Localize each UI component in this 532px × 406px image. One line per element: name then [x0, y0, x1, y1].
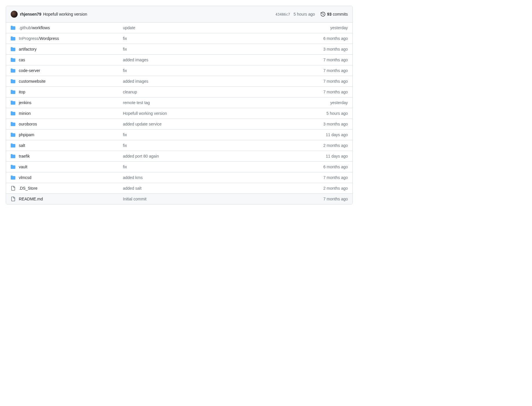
file-age: 7 months ago [302, 58, 348, 62]
table-row: traefikadded port 80 again11 days ago [6, 151, 352, 161]
folder-icon [11, 175, 19, 180]
folder-icon [11, 143, 19, 148]
file-age: 7 months ago [302, 90, 348, 94]
commit-message[interactable]: Hopefull working version [123, 111, 302, 116]
file-name-text: .DS_Store [19, 186, 38, 191]
file-name[interactable]: cas [19, 58, 123, 62]
author-link[interactable]: rhjensen79 [20, 12, 43, 16]
commit-message[interactable]: fix [123, 165, 302, 169]
commit-message[interactable]: fix [123, 47, 302, 51]
table-row: vlmcsdadded kms7 months ago [6, 172, 352, 183]
commit-message[interactable]: update [123, 25, 302, 30]
file-icon [11, 186, 19, 191]
file-name-text: customwebsite [19, 79, 46, 84]
table-row: .github/workflowsupdateyesterday [6, 23, 352, 33]
file-name[interactable]: customwebsite [19, 79, 123, 84]
file-name-text: vault [19, 165, 27, 169]
table-row: itopcleanup7 months ago [6, 86, 352, 97]
file-age: 11 days ago [302, 132, 348, 137]
commit-message[interactable]: cleanup [123, 90, 302, 94]
folder-icon [11, 111, 19, 116]
commit-message[interactable]: fix [123, 36, 302, 41]
file-name-text: artifactory [19, 47, 36, 51]
file-name[interactable]: InProgress/Wordpress [19, 36, 123, 41]
commit-hash: 43486c7 [276, 12, 290, 16]
file-name[interactable]: minion [19, 111, 123, 116]
file-age: yesterday [302, 100, 348, 105]
file-name[interactable]: vault [19, 165, 123, 169]
commit-message[interactable]: added salt [123, 186, 302, 191]
table-row: .DS_Storeadded salt2 months ago [6, 183, 352, 193]
folder-icon [11, 68, 19, 73]
file-name-text: traefik [19, 154, 30, 158]
folder-icon [11, 132, 19, 137]
file-name[interactable]: README.md [19, 197, 123, 201]
file-age: 3 months ago [302, 47, 348, 51]
file-age: 5 hours ago [302, 111, 348, 116]
commit-message[interactable]: added images [123, 79, 302, 84]
history-icon [321, 12, 325, 16]
commits-word: commits [333, 12, 348, 16]
file-name-text: salt [19, 143, 25, 148]
commit-message[interactable]: fix [123, 132, 302, 137]
commit-hash-link[interactable]: 43486c7 [276, 12, 294, 16]
table-row: ouroborosadded update service3 months ag… [6, 119, 352, 129]
file-name[interactable]: itop [19, 90, 123, 94]
file-name[interactable]: .DS_Store [19, 186, 123, 191]
commit-time: 5 hours ago [293, 12, 315, 16]
avatar[interactable] [11, 11, 18, 18]
commit-message[interactable]: added images [123, 58, 302, 62]
file-name[interactable]: ouroboros [19, 122, 123, 126]
commits-count: 93 [327, 12, 332, 16]
folder-icon [11, 90, 19, 94]
file-age: 6 months ago [302, 165, 348, 169]
table-row: saltfix2 months ago [6, 140, 352, 151]
file-name[interactable]: traefik [19, 154, 123, 158]
folder-icon [11, 122, 19, 126]
file-name[interactable]: phpipam [19, 132, 123, 137]
file-name[interactable]: code-server [19, 68, 123, 73]
file-age: 7 months ago [302, 197, 348, 201]
file-age: 3 months ago [302, 122, 348, 126]
path-prefix: .github/ [19, 25, 32, 30]
file-age: 2 months ago [302, 143, 348, 148]
commit-message[interactable]: added update service [123, 122, 302, 126]
table-row: customwebsiteadded images7 months ago [6, 76, 352, 86]
file-name-text: README.md [19, 197, 43, 201]
file-name-text: phpipam [19, 132, 34, 137]
commit-message-link[interactable]: Hopefull working version [43, 12, 87, 16]
file-age: 11 days ago [302, 154, 348, 158]
commit-message[interactable]: remote test tag [123, 100, 302, 105]
file-name[interactable]: .github/workflows [19, 25, 123, 30]
path-prefix: InProgress/ [19, 36, 40, 41]
folder-icon [11, 154, 19, 158]
commits-history-link[interactable]: 93 commits [321, 12, 348, 16]
commit-message[interactable]: Initial commit [123, 197, 302, 201]
table-row: artifactoryfix3 months ago [6, 44, 352, 54]
table-row: jenkinsremote test tagyesterday [6, 97, 352, 108]
commit-message[interactable]: added kms [123, 175, 302, 180]
folder-icon [11, 100, 19, 105]
file-name[interactable]: vlmcsd [19, 175, 123, 180]
file-name-text: code-server [19, 68, 40, 73]
file-name[interactable]: jenkins [19, 100, 123, 105]
file-age: 2 months ago [302, 186, 348, 191]
file-listing-box: rhjensen79 Hopefull working version 4348… [6, 6, 353, 204]
table-row: InProgress/Wordpressfix6 months ago [6, 33, 352, 44]
author-name: rhjensen79 [20, 12, 41, 16]
commit-message[interactable]: fix [123, 143, 302, 148]
file-age: yesterday [302, 25, 348, 30]
file-name-text: jenkins [19, 100, 32, 105]
file-name[interactable]: artifactory [19, 47, 123, 51]
file-name-text: minion [19, 111, 31, 116]
commit-message[interactable]: fix [123, 68, 302, 73]
folder-icon [11, 36, 19, 41]
file-age: 6 months ago [302, 36, 348, 41]
folder-icon [11, 79, 19, 84]
commit-message[interactable]: added port 80 again [123, 154, 302, 158]
latest-commit-header: rhjensen79 Hopefull working version 4348… [6, 6, 352, 23]
file-rows-container: .github/workflowsupdateyesterdayInProgre… [6, 23, 352, 204]
file-name-text: cas [19, 58, 25, 62]
file-name[interactable]: salt [19, 143, 123, 148]
file-name-text: itop [19, 90, 25, 94]
